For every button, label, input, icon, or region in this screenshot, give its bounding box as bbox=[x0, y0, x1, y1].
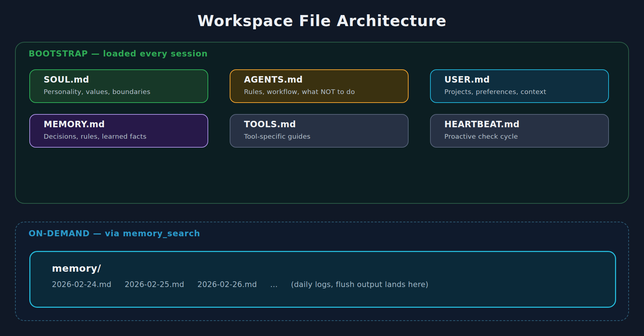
file-card-title: TOOLS.md bbox=[244, 119, 408, 129]
file-card-agents: AGENTS.md Rules, workflow, what NOT to d… bbox=[230, 69, 409, 103]
file-card-soul: SOUL.md Personality, values, boundaries bbox=[29, 69, 208, 103]
file-card-tools: TOOLS.md Tool-specific guides bbox=[230, 114, 409, 148]
file-card-heartbeat: HEARTBEAT.md Proactive check cycle bbox=[430, 114, 609, 148]
memory-folder-title: memory/ bbox=[52, 263, 615, 274]
file-card-title: MEMORY.md bbox=[44, 119, 208, 129]
file-card-title: AGENTS.md bbox=[244, 75, 408, 85]
file-card-description: Personality, values, boundaries bbox=[44, 88, 208, 95]
file-card-description: Proactive check cycle bbox=[444, 133, 608, 140]
memory-file-item: 2026-02-24.md bbox=[52, 280, 111, 289]
file-card-title: USER.md bbox=[444, 75, 608, 85]
memory-file-note: (daily logs, flush output lands here) bbox=[291, 280, 428, 289]
file-card-memory: MEMORY.md Decisions, rules, learned fact… bbox=[29, 114, 208, 148]
memory-folder-card: memory/ 2026-02-24.md 2026-02-25.md 2026… bbox=[29, 251, 616, 308]
file-card-description: Rules, workflow, what NOT to do bbox=[244, 88, 408, 95]
memory-file-item: 2026-02-26.md bbox=[197, 280, 257, 289]
file-card-description: Projects, preferences, context bbox=[444, 88, 608, 95]
file-card-user: USER.md Projects, preferences, context bbox=[430, 69, 609, 103]
ondemand-section-label: ON-DEMAND — via memory_search bbox=[29, 229, 200, 238]
ondemand-section: ON-DEMAND — via memory_search memory/ 20… bbox=[15, 222, 629, 321]
file-card-title: SOUL.md bbox=[44, 75, 208, 85]
file-card-description: Tool-specific guides bbox=[244, 133, 408, 140]
bootstrap-section: BOOTSTRAP — loaded every session SOUL.md… bbox=[15, 42, 629, 204]
bootstrap-section-label: BOOTSTRAP — loaded every session bbox=[29, 49, 208, 58]
file-card-title: HEARTBEAT.md bbox=[444, 119, 608, 129]
page-title: Workspace File Architecture bbox=[0, 12, 644, 30]
file-card-description: Decisions, rules, learned facts bbox=[44, 133, 208, 140]
memory-file-ellipsis: ... bbox=[270, 280, 278, 289]
workspace-architecture-diagram: Workspace File Architecture BOOTSTRAP — … bbox=[0, 0, 644, 336]
memory-file-list: 2026-02-24.md 2026-02-25.md 2026-02-26.m… bbox=[52, 280, 615, 289]
memory-file-item: 2026-02-25.md bbox=[125, 280, 184, 289]
